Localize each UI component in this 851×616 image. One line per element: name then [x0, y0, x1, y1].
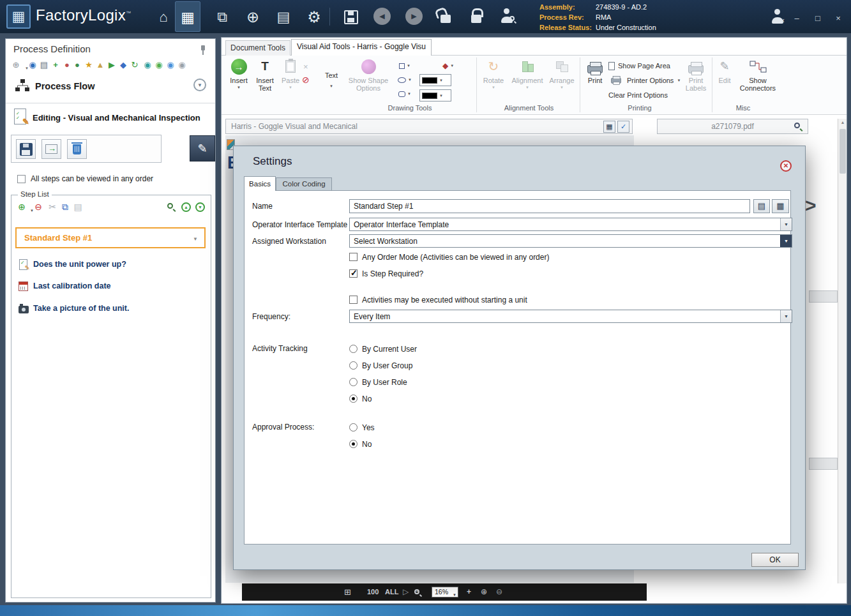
print-labels-button[interactable]: Print Labels	[682, 57, 709, 106]
unlock-icon[interactable]	[441, 15, 451, 23]
led-blue-icon[interactable]: ◉	[165, 60, 176, 70]
gear-icon[interactable]: ⚙	[303, 6, 326, 29]
navigator-icon[interactable]: ⊕	[241, 6, 264, 29]
move-down-icon[interactable]: ▼	[195, 202, 205, 212]
next-page-chevron[interactable]: >	[805, 195, 817, 216]
tab-document-tools[interactable]: Document Tools	[225, 40, 290, 56]
all-pages-label[interactable]: ALL	[385, 583, 398, 601]
vertical-scrollbar[interactable]: ▲	[838, 119, 847, 583]
dialog-close-icon[interactable]: ✕	[780, 160, 792, 172]
insert-button[interactable]: → Insert▼	[227, 57, 251, 106]
zoom-in-icon[interactable]: +	[414, 589, 419, 594]
arrange-button[interactable]: Arrange▼	[546, 57, 578, 106]
forward-icon[interactable]: ▶	[405, 8, 423, 25]
paste-icon[interactable]: ▤	[73, 202, 83, 212]
any-order-mode-checkbox[interactable]	[349, 253, 358, 261]
print-button[interactable]: Print	[583, 57, 607, 106]
radio-approval-no[interactable]	[349, 440, 358, 448]
tab-color-coding[interactable]: Color Coding	[276, 177, 332, 191]
flag-icon[interactable]: ▲	[95, 60, 105, 70]
radio-by-user-group[interactable]	[349, 361, 358, 370]
news-icon[interactable]: ▤	[272, 6, 295, 29]
template-combobox[interactable]: Operator Interface Template ▼	[349, 218, 792, 231]
checklist-view-button[interactable]: ✓	[617, 121, 629, 133]
delete-shape-icon[interactable]: ×	[303, 62, 308, 71]
pan-cross-icon[interactable]: +	[467, 583, 471, 601]
import-button[interactable]	[41, 139, 61, 159]
run-icon[interactable]: ▶	[107, 60, 117, 70]
chevron-down-icon[interactable]: ▼	[780, 310, 792, 322]
step-item[interactable]: Take a picture of the unit.	[15, 301, 206, 318]
save-icon[interactable]	[340, 6, 363, 29]
target-icon[interactable]: ⊕	[481, 583, 487, 601]
text-dropdown-button[interactable]: Text▼	[320, 57, 343, 106]
scrollbar-thumb[interactable]	[840, 129, 846, 174]
ellipse-shape-button[interactable]: ▼	[393, 73, 417, 86]
user-green-icon[interactable]: ●	[72, 60, 82, 70]
search-icon[interactable]	[794, 123, 800, 128]
show-connectors-button[interactable]: Show Connectors	[737, 57, 778, 106]
alignment-button[interactable]: Alignment▼	[510, 57, 545, 106]
name-window-button[interactable]: ▦	[772, 199, 789, 213]
hand-tool-icon[interactable]: ⊖	[496, 583, 502, 601]
process-editor-icon[interactable]: ▦	[175, 1, 200, 32]
zoom-step-icon[interactable]	[167, 203, 173, 209]
line-color-picker[interactable]: ▼	[419, 74, 451, 86]
print-icon[interactable]: ▤	[39, 60, 49, 70]
move-up-icon[interactable]: ▲	[181, 202, 191, 212]
back-icon[interactable]: ◀	[373, 8, 391, 25]
rectangle-shape-button[interactable]: ▼	[393, 59, 417, 72]
rotate-button[interactable]: ↻ Rotate▼	[479, 57, 508, 106]
paste-button[interactable]: Paste▼	[279, 57, 302, 106]
documents-icon[interactable]: ⧉	[211, 6, 234, 29]
diamond-icon[interactable]: ◆	[118, 60, 128, 70]
any-order-checkbox[interactable]	[17, 175, 26, 183]
step-item[interactable]: Does the unit power up?	[15, 257, 206, 274]
edit-button[interactable]: ✎ Edit	[714, 57, 735, 106]
led-teal-icon[interactable]: ◉	[142, 60, 153, 70]
pin-icon[interactable]	[200, 45, 206, 56]
delete-button[interactable]	[67, 139, 87, 159]
led-green-icon[interactable]: ◉	[154, 60, 164, 70]
workstation-combobox[interactable]: Select Workstation ▼	[349, 234, 792, 248]
tab-visual-aid-tools[interactable]: Visual Aid Tools - Harris - Goggle Visu	[291, 39, 432, 56]
home-icon[interactable]: ⌂	[152, 6, 175, 29]
cut-icon[interactable]: ✂	[47, 202, 57, 212]
step-item-selected[interactable]: Standard Step #1 ▼	[15, 227, 206, 248]
user-red-icon[interactable]: ●	[62, 60, 72, 70]
polygon-shape-button[interactable]: ◆▼	[439, 59, 458, 72]
star-icon[interactable]: ★	[84, 60, 94, 70]
is-step-required-checkbox[interactable]	[349, 269, 358, 278]
close-button[interactable]: ×	[832, 13, 845, 23]
without-unit-checkbox[interactable]	[349, 296, 358, 304]
name-form-button[interactable]: ▤	[753, 199, 770, 213]
collapse-circle-icon[interactable]: ▼	[193, 79, 206, 91]
tab-basics[interactable]: Basics	[244, 176, 276, 191]
fill-color-picker[interactable]: ▼	[419, 89, 451, 101]
scroll-up-icon[interactable]: ▲	[838, 120, 847, 124]
logoff-user-icon[interactable]: ×	[770, 9, 785, 24]
chevron-down-icon[interactable]: ▼	[780, 235, 792, 247]
chevron-down-icon[interactable]: ▼	[780, 218, 792, 230]
save-process-button[interactable]	[16, 139, 36, 159]
frequency-combobox[interactable]: Every Item ▼	[349, 310, 792, 323]
globe-icon[interactable]: ◉	[27, 60, 38, 70]
zoom-level-combobox[interactable]: 16%▼	[432, 587, 458, 597]
link-pages-icon[interactable]: ⊞	[344, 583, 351, 601]
block-icon[interactable]: ⊘	[302, 75, 310, 85]
page-mode-icon[interactable]: ▷	[403, 583, 409, 601]
maximize-button[interactable]: □	[811, 13, 824, 23]
process-flow-label[interactable]: Process Flow	[35, 81, 94, 91]
sync-icon[interactable]: ↻	[130, 60, 140, 70]
printer-options-button[interactable]: Printer Options▼	[608, 73, 681, 87]
radio-by-current-user[interactable]	[349, 345, 358, 353]
grid-view-button[interactable]: ▦	[603, 121, 615, 133]
radio-approval-yes[interactable]	[349, 423, 358, 432]
clear-print-options-button[interactable]: Clear Print Options	[608, 88, 668, 102]
rounded-shape-button[interactable]: ▼	[393, 87, 417, 100]
led-gray-icon[interactable]: ◉	[177, 60, 187, 70]
show-page-area-button[interactable]: Show Page Area	[608, 59, 670, 73]
add-step-icon[interactable]: +	[50, 60, 61, 70]
chevron-down-icon[interactable]: ▼	[193, 236, 198, 242]
copy-icon[interactable]: ⧉	[60, 202, 70, 212]
